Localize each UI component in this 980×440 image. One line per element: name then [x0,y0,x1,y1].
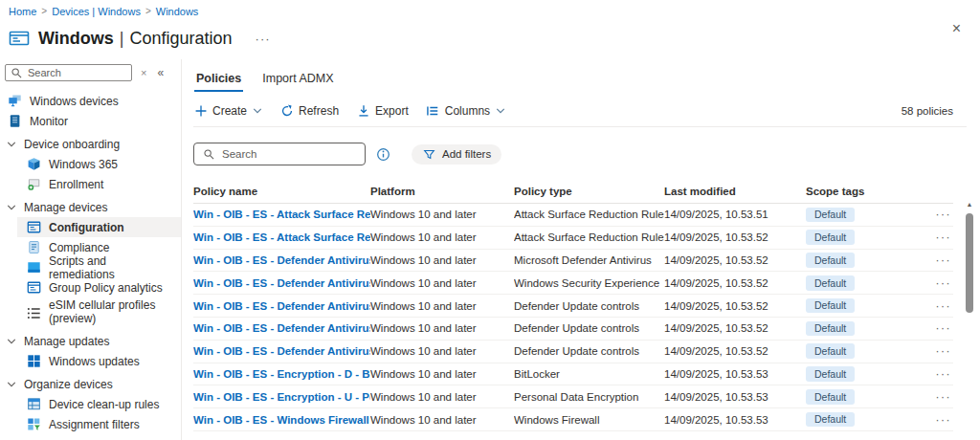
sidebar-item-label: Group Policy analytics [49,281,171,295]
row-context-menu-icon[interactable]: ··· [917,344,953,358]
tab-import-admx[interactable]: Import ADMX [262,72,333,92]
breadcrumb-link-home[interactable]: Home [9,6,36,17]
scope-tags-cell: Default [806,343,917,359]
scope-tags-cell: Default [806,366,917,382]
sidebar-item-assignment-filters[interactable]: Assignment filters [17,414,181,434]
table-header: Policy namePlatformPolicy typeLast modif… [193,180,953,204]
body-row: × « Windows devicesMonitorDevice onboard… [0,59,980,440]
configuration-icon [27,220,41,234]
row-context-menu-icon[interactable]: ··· [917,413,953,427]
platform-cell: Windows 10 and later [370,209,514,220]
sidebar-item-windows-updates[interactable]: Windows updates [17,351,181,371]
platform-cell: Windows 10 and later [370,391,514,403]
breadcrumb: Home>Devices | Windows>Windows [9,4,969,18]
sidebar-item-enrollment[interactable]: Enrollment [17,174,181,194]
policy-name-link[interactable]: Win - OIB - ES - Defender Antivirus ... [193,345,370,357]
sidebar-item-manage-updates[interactable]: Manage updates [0,331,181,351]
sidebar-item-windows-devices[interactable]: Windows devices [0,91,181,111]
tab-policies[interactable]: Policies [196,72,241,92]
sidebar-item-windows-365[interactable]: Windows 365 [17,154,181,174]
sidebar-item-label: Windows devices [30,95,152,108]
export-button[interactable]: Export [356,104,409,118]
chevron-down-icon [7,337,16,346]
column-header-policy-type[interactable]: Policy type [514,186,664,197]
sidebar-item-label: Windows 365 [49,158,171,171]
row-context-menu-icon[interactable]: ··· [917,208,953,221]
policy-name-link[interactable]: Win - OIB - ES - Defender Antivirus -... [193,277,370,289]
last-modified-cell: 14/09/2025, 10.53.52 [664,254,806,266]
close-icon[interactable]: × [952,21,961,36]
platform-cell: Windows 10 and later [370,277,514,289]
policy-type-cell: Microsoft Defender Antivirus [514,254,664,266]
row-context-menu-icon[interactable]: ··· [917,367,953,381]
scope-tag-badge: Default [806,366,855,382]
create-button[interactable]: Create [193,104,262,118]
page-header: Windows | Configuration ··· [9,25,969,52]
plus-icon [193,104,208,118]
policy-name-link[interactable]: Win - OIB - ES - Attack Surface Redu... [193,209,370,220]
add-filters-button[interactable]: Add filters [412,144,501,165]
policy-name-link[interactable]: Win - OIB - ES - Defender Antivirus ... [193,300,370,312]
tab-bar: PoliciesImport ADMX [196,59,980,92]
column-header-platform[interactable]: Platform [370,186,514,197]
policy-name-link[interactable]: Win - OIB - ES - Attack Surface Redu... [193,231,370,243]
policy-name-link[interactable]: Win - OIB - ES - Encryption - D - BitL..… [193,368,370,380]
sidebar-item-group-policy-analytics[interactable]: Group Policy analytics [17,277,181,297]
breadcrumb-link-devices-windows[interactable]: Devices | Windows [52,6,141,17]
row-context-menu-icon[interactable]: ··· [917,276,953,290]
column-header-last-modified[interactable]: Last modified [664,186,806,197]
toolbar: CreateRefreshExportColumns [193,104,505,118]
sidebar-item-configuration[interactable]: Configuration [17,217,181,237]
row-context-menu-icon[interactable]: ··· [917,231,953,244]
sidebar-item-monitor[interactable]: Monitor [0,111,181,131]
windows-365-icon [27,157,41,171]
sidebar-item-label: Windows updates [49,355,171,368]
sidebar-item-organize-devices[interactable]: Organize devices [0,374,181,394]
row-context-menu-icon[interactable]: ··· [917,253,953,267]
sidebar-item-device-clean-up-rules[interactable]: Device clean-up rules [17,394,181,414]
clear-search-icon[interactable]: × [141,67,146,78]
row-context-menu-icon[interactable]: ··· [917,299,953,313]
more-menu-icon[interactable]: ··· [256,32,271,46]
download-icon [356,104,370,118]
export-label: Export [375,104,409,118]
column-header-scope-tags[interactable]: Scope tags [806,186,917,197]
policy-name-link[interactable]: Win - OIB - ES - Encryption - U - Per... [193,391,370,403]
table-scrollbar[interactable]: ▲ [965,201,974,440]
policy-name-link[interactable]: Win - OIB - ES - Defender Antivirus -... [193,254,370,266]
breadcrumb-separator: > [145,6,151,16]
windows-devices-icon [8,94,22,108]
sidebar-item-label: Compliance [49,241,171,254]
policy-search-input[interactable] [222,148,346,160]
policy-type-cell: Windows Security Experience [514,277,664,289]
collapse-sidebar-icon[interactable]: « [157,66,164,79]
platform-cell: Windows 10 and later [370,254,514,266]
columns-button[interactable]: Columns [426,104,505,118]
policy-search-box[interactable] [193,143,366,165]
table-row: Win - OIB - ES - Defender Antivirus ...W… [193,341,953,363]
add-filters-label: Add filters [442,148,491,160]
compliance-icon [27,240,41,254]
platform-cell: Windows 10 and later [370,322,514,334]
scroll-up-icon[interactable]: ▲ [965,201,974,208]
refresh-button[interactable]: Refresh [279,104,339,118]
sidebar-item-manage-devices[interactable]: Manage devices [0,197,181,217]
column-header-policy-name[interactable]: Policy name [193,186,370,197]
main-content: PoliciesImport ADMX CreateRefreshExportC… [182,59,980,440]
breadcrumb-separator: > [41,6,47,16]
row-context-menu-icon[interactable]: ··· [917,390,953,404]
policy-name-link[interactable]: Win - OIB - ES - Defender Antivirus ... [193,322,370,334]
sidebar-search-box[interactable] [5,64,132,81]
search-icon [202,148,216,161]
last-modified-cell: 14/09/2025, 10.53.52 [664,231,806,243]
row-context-menu-icon[interactable]: ··· [917,321,953,335]
scrollbar-thumb[interactable] [966,213,973,313]
breadcrumb-link-windows[interactable]: Windows [156,6,199,17]
sidebar-item-esim-cellular-profiles-preview[interactable]: eSIM cellular profiles (preview) [17,297,181,328]
info-icon[interactable] [376,147,390,162]
sidebar-item-scripts-and-remediations[interactable]: Scripts and remediations [17,257,181,277]
policy-name-link[interactable]: Win - OIB - ES - Windows Firewall - ... [193,414,370,426]
sidebar-search-input[interactable] [28,67,123,78]
create-label: Create [212,104,247,118]
sidebar-item-device-onboarding[interactable]: Device onboarding [0,134,181,154]
